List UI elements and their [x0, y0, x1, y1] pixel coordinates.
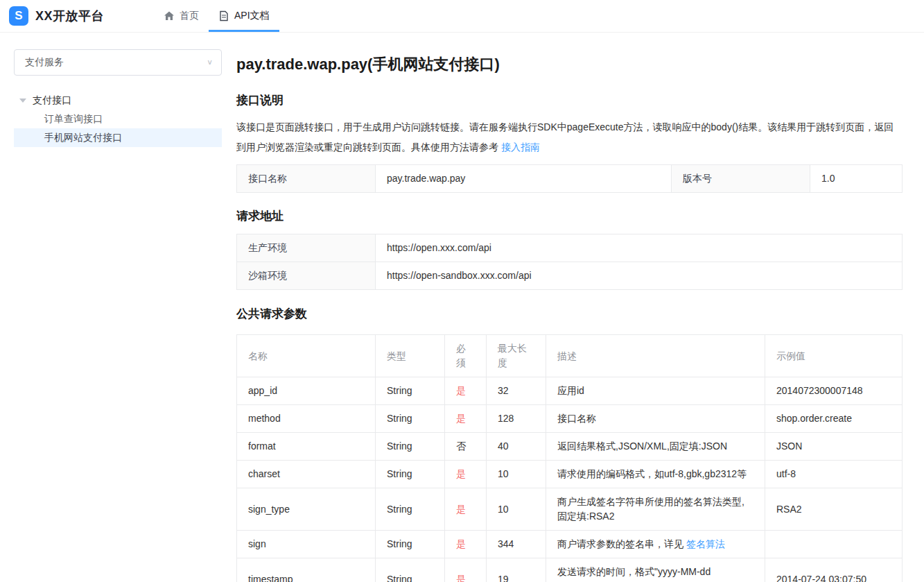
param-name: format — [237, 433, 376, 461]
param-desc: 请求使用的编码格式，如utf-8,gbk,gb2312等 — [546, 461, 765, 488]
request-url-table: 生产环境 https://open.xxx.com/api 沙箱环境 https… — [236, 234, 903, 290]
param-maxlen: 19 — [487, 558, 546, 582]
param-type: String — [376, 433, 445, 461]
param-type: String — [376, 461, 445, 488]
param-desc: 商户生成签名字符串所使用的签名算法类型,固定填:RSA2 — [546, 488, 765, 531]
param-required-value: 否 — [445, 433, 487, 461]
api-name-label: 接口名称 — [237, 165, 376, 193]
table-row: app_id String 是 32 应用id 2014072300007148 — [237, 377, 903, 405]
api-name-value: pay.trade.wap.pay — [376, 165, 672, 193]
param-name: sign_type — [237, 488, 376, 531]
home-icon — [164, 10, 175, 22]
param-required-value: 是 — [445, 405, 487, 433]
param-required-value: 是 — [445, 461, 487, 488]
param-maxlen: 10 — [487, 488, 546, 531]
col-header-maxlen: 最大长度 — [487, 335, 546, 377]
nav-item-home-label: 首页 — [180, 10, 199, 22]
nav-item-home[interactable]: 首页 — [154, 0, 209, 32]
param-desc-text: 商户请求参数的签名串，详见 — [557, 538, 686, 549]
param-maxlen: 344 — [487, 531, 546, 558]
document-icon — [218, 10, 229, 22]
page-title: pay.trade.wap.pay(手机网站支付接口) — [236, 54, 902, 75]
param-type: String — [376, 558, 445, 582]
sidebar-tree: 支付接口 订单查询接口 手机网站支付接口 — [14, 92, 222, 147]
table-row: 生产环境 https://open.xxx.com/api — [237, 234, 903, 262]
param-example: utf-8 — [765, 461, 903, 488]
param-desc: 应用id — [546, 377, 765, 405]
chevron-down-icon: ∨ — [207, 58, 213, 67]
table-row: sign String 是 344 商户请求参数的签名串，详见 签名算法 — [237, 531, 903, 558]
service-category-select[interactable]: 支付服务 ∨ — [14, 49, 222, 76]
table-row: sign_type String 是 10 商户生成签名字符串所使用的签名算法类… — [237, 488, 903, 531]
api-meta-table: 接口名称 pay.trade.wap.pay 版本号 1.0 — [236, 164, 903, 193]
api-version-label: 版本号 — [672, 165, 810, 193]
common-params-table: 名称 类型 必须 最大长度 描述 示例值 app_id String 是 32 … — [236, 334, 903, 582]
param-desc: 接口名称 — [546, 405, 765, 433]
nav-item-api-docs[interactable]: API文档 — [209, 0, 279, 32]
param-desc: 商户请求参数的签名串，详见 签名算法 — [546, 531, 765, 558]
param-example: RSA2 — [765, 488, 903, 531]
param-example: 2014-07-24 03:07:50 — [765, 558, 903, 582]
top-header: S XX开放平台 首页 API文档 — [0, 0, 924, 33]
section-heading-params: 公共请求参数 — [236, 306, 902, 322]
env-url: https://open-sandbox.xxx.com/api — [376, 262, 903, 290]
param-type: String — [376, 488, 445, 531]
param-type: String — [376, 405, 445, 433]
api-version-value: 1.0 — [810, 165, 903, 193]
param-name: charset — [237, 461, 376, 488]
param-maxlen: 40 — [487, 433, 546, 461]
table-row: charset String 是 10 请求使用的编码格式，如utf-8,gbk… — [237, 461, 903, 488]
param-required-value: 是 — [445, 531, 487, 558]
nav-item-api-docs-label: API文档 — [234, 10, 270, 22]
col-header-example: 示例值 — [765, 335, 903, 377]
integration-guide-link[interactable]: 接入指南 — [501, 142, 540, 153]
env-label: 生产环境 — [237, 234, 376, 262]
param-example: 2014072300007148 — [765, 377, 903, 405]
table-row: format String 否 40 返回结果格式,JSON/XML,固定填:J… — [237, 433, 903, 461]
param-type: String — [376, 377, 445, 405]
col-header-type: 类型 — [376, 335, 445, 377]
param-name: sign — [237, 531, 376, 558]
param-desc: 返回结果格式,JSON/XML,固定填:JSON — [546, 433, 765, 461]
param-maxlen: 128 — [487, 405, 546, 433]
brand-logo[interactable]: S — [9, 6, 28, 26]
section-heading-intro: 接口说明 — [236, 92, 902, 108]
top-nav: 首页 API文档 — [154, 0, 279, 32]
section-heading-urls: 请求地址 — [236, 208, 902, 224]
intro-text: 该接口是页面跳转接口，用于生成用户访问跳转链接。请在服务端执行SDK中pageE… — [236, 121, 894, 153]
tree-group-pay-api-label: 支付接口 — [33, 94, 71, 107]
tree-item-wap-pay[interactable]: 手机网站支付接口 — [14, 128, 222, 147]
param-name: timestamp — [237, 558, 376, 582]
table-row: 沙箱环境 https://open-sandbox.xxx.com/api — [237, 262, 903, 290]
param-example: JSON — [765, 433, 903, 461]
main-content: pay.trade.wap.pay(手机网站支付接口) 接口说明 该接口是页面跳… — [236, 33, 902, 582]
col-header-name: 名称 — [237, 335, 376, 377]
env-label: 沙箱环境 — [237, 262, 376, 290]
param-required-value: 是 — [445, 558, 487, 582]
param-name: app_id — [237, 377, 376, 405]
sidebar: 支付服务 ∨ 支付接口 订单查询接口 手机网站支付接口 — [0, 33, 236, 582]
table-row: 接口名称 pay.trade.wap.pay 版本号 1.0 — [237, 165, 903, 193]
service-category-select-value: 支付服务 — [25, 56, 64, 69]
tree-group-pay-api[interactable]: 支付接口 — [14, 92, 222, 110]
env-url: https://open.xxx.com/api — [376, 234, 903, 262]
page-body: 支付服务 ∨ 支付接口 订单查询接口 手机网站支付接口 pay.trade.wa… — [0, 33, 924, 582]
table-row: method String 是 128 接口名称 shop.order.crea… — [237, 405, 903, 433]
param-name: method — [237, 405, 376, 433]
param-type: String — [376, 531, 445, 558]
brand-logo-letter: S — [15, 9, 22, 23]
col-header-required: 必须 — [445, 335, 487, 377]
param-maxlen: 10 — [487, 461, 546, 488]
tree-item-order-query[interactable]: 订单查询接口 — [14, 110, 222, 128]
brand-title: XX开放平台 — [35, 8, 104, 24]
param-required-value: 是 — [445, 377, 487, 405]
param-required-value: 是 — [445, 488, 487, 531]
col-header-desc: 描述 — [546, 335, 765, 377]
intro-paragraph: 该接口是页面跳转接口，用于生成用户访问跳转链接。请在服务端执行SDK中pageE… — [236, 117, 902, 157]
param-desc: 发送请求的时间，格式"yyyy-MM-dd HH:mm:ss" — [546, 558, 765, 582]
param-example: shop.order.create — [765, 405, 903, 433]
table-row: timestamp String 是 19 发送请求的时间，格式"yyyy-MM… — [237, 558, 903, 582]
sign-algorithm-link[interactable]: 签名算法 — [686, 538, 725, 549]
caret-down-icon — [19, 99, 26, 103]
table-header-row: 名称 类型 必须 最大长度 描述 示例值 — [237, 335, 903, 377]
